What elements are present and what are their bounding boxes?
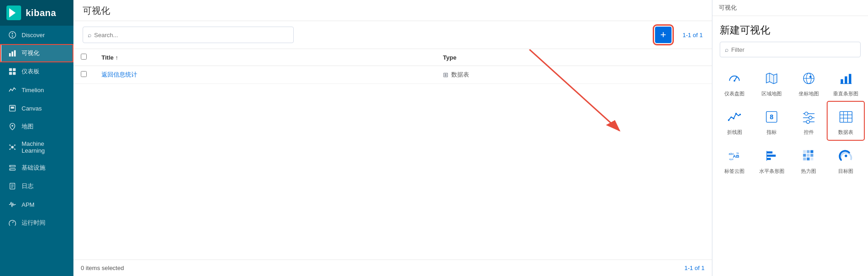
sidebar-item-timelion[interactable]: Timelion	[0, 81, 73, 99]
pagination-top: 1-1 of 1	[683, 32, 703, 39]
sidebar-navigation: Discover 可视化 仪表板 Timelion	[0, 26, 73, 276]
svg-rect-76	[810, 154, 813, 156]
svg-rect-6	[11, 51, 13, 56]
table-type-icon: ⊞	[443, 71, 448, 78]
viz-item-coordinate-map[interactable]: 坐标地图	[790, 63, 828, 101]
svg-rect-42	[840, 79, 843, 84]
svg-rect-5	[9, 53, 11, 56]
sidebar-item-logs[interactable]: 日志	[0, 177, 73, 195]
svg-rect-13	[11, 106, 14, 109]
sidebar-item-infrastructure[interactable]: 基础设施	[0, 159, 73, 177]
viz-grid-row1: 仪表盘图 区域地图 坐标地图	[712, 63, 868, 101]
svg-point-48	[735, 113, 737, 115]
svg-rect-7	[14, 50, 16, 57]
sidebar-logo[interactable]: kibana	[0, 0, 73, 26]
viz-item-goal[interactable]: 目标图	[827, 140, 864, 179]
svg-rect-43	[845, 77, 847, 84]
infrastructure-icon	[8, 163, 17, 172]
map-icon	[8, 122, 17, 131]
kibana-logo-icon	[6, 6, 21, 20]
svg-point-27	[10, 169, 11, 170]
svg-line-22	[11, 148, 11, 149]
viz-item-horizontal-bar[interactable]: 水平条形图	[753, 140, 790, 179]
viz-item-region-map[interactable]: 区域地图	[753, 63, 790, 101]
search-input[interactable]	[94, 32, 289, 39]
viz-item-heat-map[interactable]: 热力图	[790, 140, 828, 179]
svg-text:8: 8	[770, 114, 773, 121]
right-panel-filter-box[interactable]: ⌕	[720, 42, 861, 57]
svg-point-55	[809, 116, 812, 120]
svg-text:hi: hi	[737, 151, 739, 155]
page-header: 可视化	[73, 0, 712, 21]
tag-cloud-label: 标签云图	[724, 168, 745, 174]
svg-rect-74	[803, 154, 806, 156]
horizontal-bar-icon	[762, 146, 782, 166]
sidebar-item-visualize-label: 可视化	[22, 49, 39, 57]
main-content: 可视化 ⌕ + 1-1 of 1 Title ↑ Type	[73, 0, 712, 276]
svg-rect-44	[849, 74, 851, 83]
svg-line-20	[11, 145, 11, 146]
apm-icon	[8, 200, 17, 209]
sidebar-item-canvas[interactable]: Canvas	[0, 99, 73, 117]
add-button[interactable]: +	[655, 27, 672, 43]
sidebar-item-ml[interactable]: Machine Learning	[0, 136, 73, 159]
status-bar: 0 items selected 1-1 of 1	[73, 259, 712, 276]
svg-marker-3	[11, 33, 13, 35]
sidebar-item-discover-label: Discover	[22, 32, 45, 39]
sidebar-item-canvas-label: Canvas	[22, 105, 42, 112]
sidebar-item-infrastructure-label: 基础设施	[22, 164, 45, 172]
row-title-link[interactable]: 返回信息统计	[101, 71, 137, 78]
gauge-label: 仪表盘图	[724, 90, 745, 97]
tag-cloud-icon: abc AB xyz hi	[724, 146, 745, 166]
sidebar-item-maps[interactable]: 地图	[0, 117, 73, 136]
sidebar-item-visualize[interactable]: 可视化	[0, 44, 73, 62]
sidebar-item-dashboard[interactable]: 仪表板	[0, 62, 73, 81]
viz-item-data-table[interactable]: 数据表	[827, 101, 864, 140]
sidebar-item-discover[interactable]: Discover	[0, 26, 73, 44]
search-box[interactable]: ⌕	[83, 27, 294, 43]
svg-point-26	[10, 166, 11, 166]
svg-rect-67	[767, 151, 772, 153]
filter-icon: ⌕	[725, 46, 728, 53]
region-map-label: 区域地图	[762, 90, 782, 97]
viz-item-metric[interactable]: 8 指标	[753, 101, 790, 140]
svg-point-57	[806, 120, 810, 123]
svg-line-32	[12, 221, 14, 223]
viz-item-tag-cloud[interactable]: abc AB xyz hi 标签云图	[716, 140, 753, 179]
svg-point-35	[734, 80, 736, 82]
horizontal-bar-label: 水平条形图	[759, 168, 784, 174]
dashboard-icon	[8, 67, 17, 76]
svg-rect-73	[810, 150, 813, 153]
sidebar-item-uptime[interactable]: 运行时间	[0, 214, 73, 232]
row-type-cell: ⊞ 数据表	[436, 66, 712, 84]
pagination-bottom: 1-1 of 1	[684, 265, 705, 271]
sidebar-item-apm[interactable]: APM	[0, 195, 73, 214]
svg-point-53	[805, 112, 808, 116]
row-checkbox[interactable]	[81, 71, 87, 77]
filter-input[interactable]	[731, 46, 856, 53]
metric-icon: 8	[762, 107, 782, 127]
visualizations-table: Title ↑ Type 返回信息统计 ⊞	[73, 49, 712, 84]
viz-item-gauge[interactable]: 仪表盘图	[716, 63, 753, 101]
row-title-cell: 返回信息统计	[94, 66, 436, 84]
svg-rect-75	[806, 154, 809, 156]
metric-label: 指标	[767, 129, 777, 135]
type-column-header[interactable]: Type	[436, 49, 712, 66]
svg-line-21	[14, 145, 15, 146]
viz-item-controls[interactable]: 控件	[790, 101, 828, 140]
right-panel-header: 可视化	[712, 0, 868, 16]
right-panel-title: 新建可视化	[712, 16, 868, 42]
viz-item-vertical-bar[interactable]: 垂直条形图	[827, 63, 864, 101]
svg-point-49	[739, 114, 741, 116]
toolbar: ⌕ + 1-1 of 1	[73, 21, 712, 49]
row-type-label: 数据表	[451, 71, 469, 79]
viz-item-line[interactable]: 折线图	[716, 101, 753, 140]
svg-marker-4	[11, 35, 13, 38]
select-all-checkbox[interactable]	[81, 54, 87, 60]
svg-point-15	[11, 146, 13, 148]
row-checkbox-cell	[73, 66, 94, 84]
svg-rect-58	[840, 112, 852, 122]
logs-icon	[8, 182, 17, 191]
title-column-header[interactable]: Title ↑	[94, 49, 436, 66]
sidebar-item-timelion-label: Timelion	[22, 87, 44, 94]
